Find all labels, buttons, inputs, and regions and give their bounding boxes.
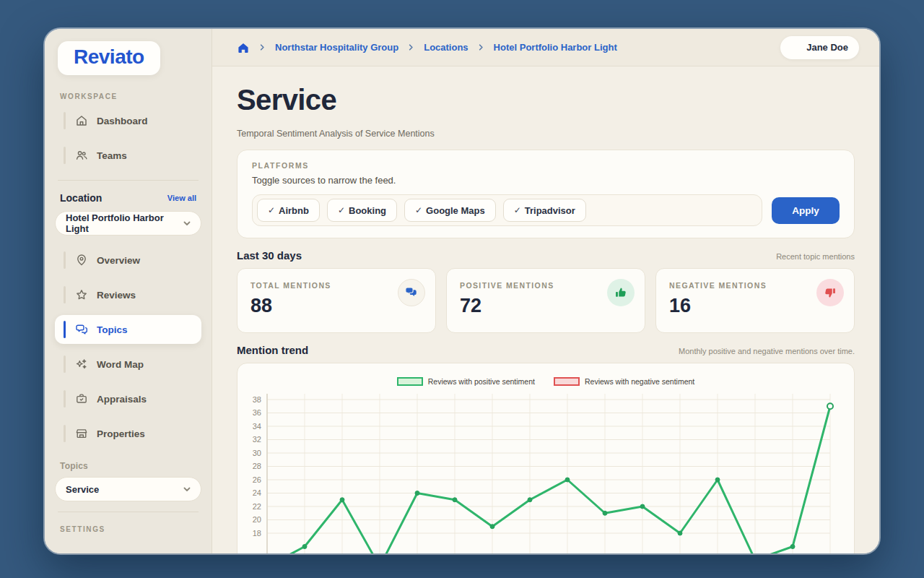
- svg-text:34: 34: [253, 422, 261, 431]
- chevron-right-icon: [258, 43, 267, 52]
- trend-chart-card: Reviews with positive sentiment Reviews …: [237, 363, 855, 553]
- main-area: Northstar Hospitality Group Locations Ho…: [212, 29, 879, 553]
- sidebar-item-word-map[interactable]: Word Map: [55, 350, 201, 379]
- check-icon: ✓: [268, 205, 275, 215]
- sidebar-item-appraisals[interactable]: Appraisals: [55, 384, 201, 413]
- nav-rail: [64, 112, 66, 129]
- top-bar: Northstar Hospitality Group Locations Ho…: [212, 29, 879, 66]
- nav-rail: [64, 286, 66, 303]
- sidebar-item-overview[interactable]: Overview: [55, 246, 201, 275]
- sidebar-divider: [58, 512, 199, 512]
- logo: Reviato: [58, 41, 160, 75]
- breadcrumb-link-locations[interactable]: Locations: [424, 42, 468, 53]
- sidebar-item-label: Teams: [97, 150, 127, 161]
- nav-rail: [64, 251, 66, 269]
- star-icon: [75, 288, 88, 301]
- home-icon[interactable]: [237, 41, 250, 54]
- logo-text: Reviato: [74, 46, 144, 68]
- workspace-section-label: WORKSPACE: [60, 92, 212, 100]
- sidebar-item-label: Topics: [97, 324, 128, 335]
- svg-text:38: 38: [253, 395, 261, 404]
- thumb-up-icon: [607, 279, 635, 306]
- stat-cards: TOTAL MENTIONS 88 POSITIVE MENTIONS 72 N…: [237, 268, 855, 333]
- platform-chip-group: ✓ Airbnb ✓ Booking ✓ Google Maps ✓: [252, 194, 762, 226]
- location-select-value: Hotel Portfolio Harbor Light: [66, 212, 182, 234]
- trend-chart-svg: 3836343230282624222018: [237, 388, 854, 553]
- svg-text:20: 20: [253, 515, 261, 524]
- sidebar-item-teams[interactable]: Teams: [55, 141, 201, 170]
- sidebar-item-topics[interactable]: Topics: [55, 315, 201, 344]
- view-all-link[interactable]: View all: [167, 194, 196, 202]
- stats-section-note: Recent topic mentions: [776, 252, 855, 261]
- workspace-nav: Dashboard Teams: [55, 106, 201, 170]
- platform-chip-tripadvisor[interactable]: ✓ Tripadvisor: [503, 199, 586, 222]
- breadcrumb-link-group[interactable]: Northstar Hospitality Group: [275, 42, 398, 53]
- legend-item-positive: Reviews with positive sentiment: [397, 377, 535, 386]
- legend-swatch-negative: [554, 377, 580, 386]
- topic-select-value: Service: [66, 484, 99, 495]
- stat-value: 72: [460, 295, 632, 317]
- legend-label: Reviews with positive sentiment: [428, 377, 535, 386]
- chat-bubbles-icon: [75, 323, 88, 336]
- sidebar-divider: [58, 180, 199, 181]
- svg-text:36: 36: [253, 408, 261, 417]
- stat-value: 88: [250, 295, 422, 317]
- svg-text:18: 18: [253, 529, 261, 538]
- sidebar-item-label: Dashboard: [97, 116, 148, 126]
- stat-value: 16: [669, 295, 841, 317]
- location-select[interactable]: Hotel Portfolio Harbor Light: [55, 211, 201, 236]
- sidebar-item-label: Reviews: [97, 290, 136, 301]
- nav-rail: [64, 147, 66, 164]
- sidebar-item-properties[interactable]: Properties: [55, 419, 201, 448]
- trend-section-title: Mention trend: [237, 344, 308, 356]
- map-pin-icon: [75, 254, 88, 267]
- page-content: Service Temporal Sentiment Analysis of S…: [212, 66, 879, 553]
- page-title: Service: [237, 84, 855, 116]
- user-badge[interactable]: Jane Doe: [780, 36, 859, 59]
- thumb-down-icon: [816, 279, 844, 306]
- stat-card-positive-mentions: POSITIVE MENTIONS 72: [446, 268, 645, 333]
- chat-bubble-icon: [398, 279, 425, 306]
- sidebar-item-label: Properties: [97, 428, 145, 439]
- page-subtitle: Temporal Sentiment Analysis of Service M…: [237, 129, 855, 139]
- sidebar-item-reviews[interactable]: Reviews: [55, 280, 201, 309]
- sidebar-item-label: Appraisals: [97, 394, 147, 405]
- trend-section-note: Monthly positive and negative mentions o…: [679, 347, 855, 355]
- location-header: Location View all: [60, 192, 196, 204]
- check-icon: ✓: [338, 205, 345, 215]
- svg-text:28: 28: [253, 462, 261, 470]
- sparkles-icon: [75, 358, 88, 371]
- stats-section-header: Last 30 days Recent topic mentions: [237, 249, 855, 262]
- home-icon: [75, 114, 88, 127]
- platform-chip-airbnb[interactable]: ✓ Airbnb: [257, 199, 320, 222]
- platforms-panel: PLATFORMS Toggle sources to narrow the f…: [237, 150, 855, 238]
- svg-text:24: 24: [253, 488, 261, 497]
- svg-text:32: 32: [253, 435, 261, 444]
- topic-select[interactable]: Service: [55, 477, 201, 501]
- nav-rail: [64, 425, 66, 442]
- storefront-icon: [75, 427, 88, 440]
- users-icon: [75, 149, 88, 162]
- location-nav: Overview Reviews Topics: [55, 246, 201, 448]
- active-indicator: [64, 321, 66, 338]
- nav-rail: [64, 390, 66, 407]
- legend-swatch-positive: [397, 377, 423, 386]
- sidebar-item-dashboard[interactable]: Dashboard: [55, 106, 201, 135]
- chip-label: Airbnb: [279, 205, 309, 216]
- stat-label: NEGATIVE MENTIONS: [669, 281, 841, 290]
- location-title: Location: [60, 192, 102, 204]
- breadcrumb-link-location-current[interactable]: Hotel Portfolio Harbor Light: [494, 42, 617, 53]
- chart-legend: Reviews with positive sentiment Reviews …: [237, 375, 854, 388]
- stats-section-title: Last 30 days: [237, 249, 302, 262]
- stat-card-negative-mentions: NEGATIVE MENTIONS 16: [655, 268, 855, 333]
- breadcrumb: Northstar Hospitality Group Locations Ho…: [237, 41, 617, 54]
- check-icon: ✓: [514, 205, 521, 215]
- apply-button[interactable]: Apply: [772, 197, 840, 224]
- chip-label: Google Maps: [426, 205, 485, 216]
- platform-chip-booking[interactable]: ✓ Booking: [327, 199, 397, 222]
- chip-label: Tripadvisor: [525, 205, 575, 216]
- platform-chip-google-maps[interactable]: ✓ Google Maps: [404, 199, 496, 222]
- legend-item-negative: Reviews with negative sentiment: [554, 377, 694, 386]
- sidebar-item-label: Word Map: [97, 359, 144, 370]
- sidebar: Reviato WORKSPACE Dashboard Teams Locati…: [45, 29, 212, 553]
